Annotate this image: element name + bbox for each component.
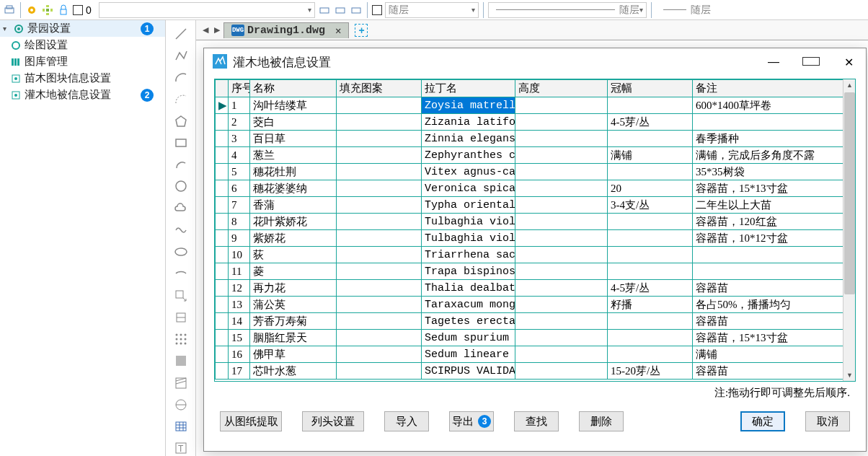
table-tool-icon[interactable]	[173, 419, 189, 434]
cell-crown[interactable]	[608, 230, 693, 247]
cell-fill[interactable]	[337, 247, 422, 263]
cell-fill[interactable]	[337, 97, 422, 114]
cell-height[interactable]	[515, 114, 608, 131]
cell-crown[interactable]: 满铺	[608, 147, 693, 164]
ok-button[interactable]: 确定	[740, 411, 785, 431]
cell-remark[interactable]	[693, 263, 855, 280]
cell-crown[interactable]: 15-20芽/丛	[608, 363, 693, 380]
cell-latin[interactable]: Tagetes erecta	[422, 313, 515, 330]
color-swatch-2[interactable]	[372, 5, 382, 15]
cell-remark[interactable]: 容器苗	[693, 313, 855, 330]
tree-item-seedling-block[interactable]: 苗木图块信息设置	[0, 70, 165, 87]
table-row[interactable]: 9紫娇花Tulbaghia viol容器苗，10*12寸盆	[216, 230, 855, 247]
table-row[interactable]: 6穗花婆婆纳Veronica spica20容器苗，15*13寸盆	[216, 180, 855, 197]
cell-latin[interactable]: Tulbaghia viol	[422, 230, 515, 247]
export-button[interactable]: 导出3	[449, 411, 494, 431]
linetype-dropdown-3[interactable]: 随层	[656, 2, 714, 18]
cell-crown[interactable]	[608, 214, 693, 230]
cell-fill[interactable]	[337, 114, 422, 131]
table-row[interactable]: 4葱兰Zephyranthes c满铺满铺，完成后多角度不露	[216, 147, 855, 164]
cell-fill[interactable]	[337, 346, 422, 363]
cell-seq[interactable]: 10	[229, 247, 250, 263]
snap-icon[interactable]	[41, 4, 54, 17]
column-header[interactable]: 高度	[515, 80, 608, 97]
cell-name[interactable]: 佛甲草	[250, 346, 337, 363]
cell-remark[interactable]: 二年生以上大苗	[693, 197, 855, 214]
tree-item-library[interactable]: 图库管理	[0, 53, 165, 70]
table-row[interactable]: 16佛甲草Sedum lineare满铺	[216, 346, 855, 363]
cell-fill[interactable]	[337, 297, 422, 313]
cell-fill[interactable]	[337, 164, 422, 180]
cell-remark[interactable]: 满铺，完成后多角度不露	[693, 147, 855, 164]
spline-tool-icon[interactable]	[173, 92, 189, 107]
table-row[interactable]: 11菱Trapa bispinos	[216, 263, 855, 280]
tree-item-shrub-ground[interactable]: 灌木地被信息设置 2	[0, 87, 165, 103]
table-row[interactable]: 15胭脂红景天Sedum spurium容器苗，15*13寸盆	[216, 330, 855, 346]
print-icon-2[interactable]	[318, 4, 331, 17]
cell-latin[interactable]: Sedum lineare	[422, 346, 515, 363]
cell-crown[interactable]: 籽播	[608, 297, 693, 313]
scroll-down-icon[interactable]: ▼	[844, 369, 855, 381]
cell-remark[interactable]: 容器苗，15*13寸盆	[693, 330, 855, 346]
cell-remark[interactable]: 35*35树袋	[693, 164, 855, 180]
cell-fill[interactable]	[337, 214, 422, 230]
circle-tool-icon[interactable]	[173, 179, 189, 194]
cell-crown[interactable]	[608, 263, 693, 280]
cell-seq[interactable]: 17	[229, 363, 250, 380]
make-block-tool-icon[interactable]	[173, 310, 189, 325]
cell-latin[interactable]: Typha oriental	[422, 197, 515, 214]
table-row[interactable]: 5穗花牡荆Vitex agnus-ca35*35树袋	[216, 164, 855, 180]
cell-name[interactable]: 菱	[250, 263, 337, 280]
table-row[interactable]: 8花叶紫娇花Tulbaghia viol容器苗，120红盆	[216, 214, 855, 230]
cell-crown[interactable]	[608, 330, 693, 346]
close-tab-icon[interactable]: ✕	[335, 25, 341, 37]
sun-icon[interactable]	[25, 4, 38, 17]
dialog-title-bar[interactable]: 灌木地被信息设置 — ✕	[204, 48, 866, 76]
linetype-dropdown-2[interactable]: 随层▾	[488, 2, 647, 18]
table-row[interactable]: 17芯叶水葱SCIRPUS VALIDA15-20芽/丛容器苗	[216, 363, 855, 380]
cell-height[interactable]	[515, 164, 608, 180]
cell-seq[interactable]: 1	[229, 97, 250, 114]
cell-remark[interactable]: 600*1400草坪卷	[693, 97, 855, 114]
column-header[interactable]	[216, 80, 229, 97]
table-row[interactable]: 7香蒲Typha oriental3-4支/丛二年生以上大苗	[216, 197, 855, 214]
table-row[interactable]: 14芳香万寿菊Tagetes erecta容器苗	[216, 313, 855, 330]
cell-latin[interactable]: Vitex agnus-ca	[422, 164, 515, 180]
cell-seq[interactable]: 3	[229, 131, 250, 147]
cell-height[interactable]	[515, 247, 608, 263]
cell-height[interactable]	[515, 230, 608, 247]
cell-latin[interactable]: Zinnia elegans	[422, 131, 515, 147]
cell-height[interactable]	[515, 131, 608, 147]
maximize-button[interactable]	[802, 56, 820, 69]
cell-name[interactable]: 紫娇花	[250, 230, 337, 247]
hatch-tool-icon[interactable]	[173, 354, 189, 369]
cell-latin[interactable]: Trapa bispinos	[422, 263, 515, 280]
cell-crown[interactable]: 4-5芽/丛	[608, 280, 693, 297]
cancel-button[interactable]: 取消	[805, 411, 850, 431]
tree-item-draw-settings[interactable]: 绘图设置	[0, 37, 165, 53]
cell-fill[interactable]	[337, 363, 422, 380]
cell-height[interactable]	[515, 330, 608, 346]
table-row[interactable]: 3百日草Zinnia elegans春季播种	[216, 131, 855, 147]
ellipse-tool-icon[interactable]	[173, 245, 189, 260]
cell-name[interactable]: 香蒲	[250, 197, 337, 214]
data-table[interactable]: 序号名称填充图案拉丁名高度冠幅备注 ▶1沟叶结缕草Zoysia matrell6…	[215, 79, 855, 380]
wave-tool-icon[interactable]	[173, 222, 189, 237]
tree-item-landscape-settings[interactable]: ▾ 景园设置 1	[0, 20, 165, 37]
cell-name[interactable]: 穗花婆婆纳	[250, 180, 337, 197]
column-header[interactable]: 填充图案	[337, 80, 422, 97]
cell-height[interactable]	[515, 313, 608, 330]
cell-crown[interactable]	[608, 313, 693, 330]
cell-seq[interactable]: 12	[229, 280, 250, 297]
cell-fill[interactable]	[337, 313, 422, 330]
cell-fill[interactable]	[337, 263, 422, 280]
cell-height[interactable]	[515, 280, 608, 297]
delete-button[interactable]: 删除	[579, 411, 624, 431]
cell-height[interactable]	[515, 197, 608, 214]
gradient-tool-icon[interactable]	[173, 375, 189, 390]
close-button[interactable]: ✕	[840, 56, 857, 69]
cell-fill[interactable]	[337, 230, 422, 247]
cell-crown[interactable]	[608, 164, 693, 180]
cell-remark[interactable]: 容器苗，120红盆	[693, 214, 855, 230]
printer-icon[interactable]	[3, 4, 16, 17]
